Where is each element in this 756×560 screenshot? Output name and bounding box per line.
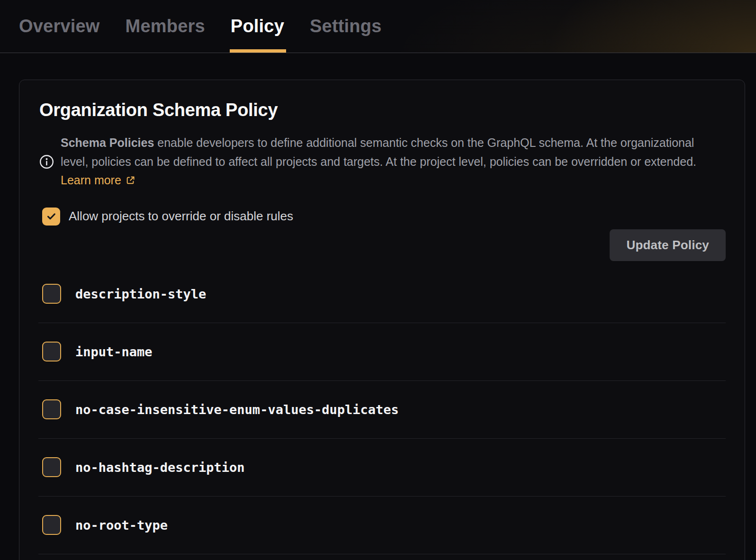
info-icon <box>39 154 54 169</box>
policy-description-text: Schema Policies enable developers to def… <box>61 134 712 190</box>
rule-name: description-style <box>75 287 206 301</box>
learn-more-link[interactable]: Learn more <box>61 173 121 187</box>
rules-list: description-style input-name no-case-ins… <box>38 265 726 554</box>
rule-name: input-name <box>75 344 153 359</box>
tab-policy[interactable]: Policy <box>231 0 284 53</box>
tab-settings[interactable]: Settings <box>310 0 382 53</box>
allow-override-checkbox[interactable] <box>42 208 60 226</box>
tab-members[interactable]: Members <box>126 0 205 53</box>
rule-row-input-name[interactable]: input-name <box>38 323 726 381</box>
rule-name: no-case-insensitive-enum-values-duplicat… <box>75 402 399 417</box>
actions-row: Update Policy <box>38 229 726 261</box>
rule-row-description-style[interactable]: description-style <box>38 265 726 323</box>
update-policy-button[interactable]: Update Policy <box>610 229 726 261</box>
rule-row-no-hashtag-description[interactable]: no-hashtag-description <box>38 439 726 497</box>
rule-checkbox[interactable] <box>42 342 61 361</box>
rule-name: no-root-type <box>75 518 168 533</box>
rule-row-no-root-type[interactable]: no-root-type <box>38 497 726 554</box>
rule-row-no-case-insensitive-enum-values-duplicates[interactable]: no-case-insensitive-enum-values-duplicat… <box>38 381 726 439</box>
policy-description-callout: Schema Policies enable developers to def… <box>39 134 726 190</box>
page-title: Organization Schema Policy <box>39 100 726 120</box>
description-lead: Schema Policies <box>61 136 154 149</box>
rule-checkbox[interactable] <box>42 457 61 477</box>
description-body: enable developers to define additional s… <box>61 136 696 168</box>
allow-override-label: Allow projects to override or disable ru… <box>69 209 293 224</box>
rule-checkbox[interactable] <box>42 399 61 419</box>
page-content: Organization Schema Policy Schema Polici… <box>0 80 756 560</box>
rule-checkbox[interactable] <box>42 284 61 304</box>
checkmark-icon <box>45 210 57 222</box>
tab-overview[interactable]: Overview <box>19 0 100 53</box>
allow-override-row[interactable]: Allow projects to override or disable ru… <box>42 208 293 226</box>
external-link-icon <box>126 172 135 182</box>
tab-bar: Overview Members Policy Settings <box>0 0 756 53</box>
rule-checkbox[interactable] <box>42 515 61 535</box>
rule-name: no-hashtag-description <box>75 460 245 475</box>
policy-card: Organization Schema Policy Schema Polici… <box>19 80 745 560</box>
